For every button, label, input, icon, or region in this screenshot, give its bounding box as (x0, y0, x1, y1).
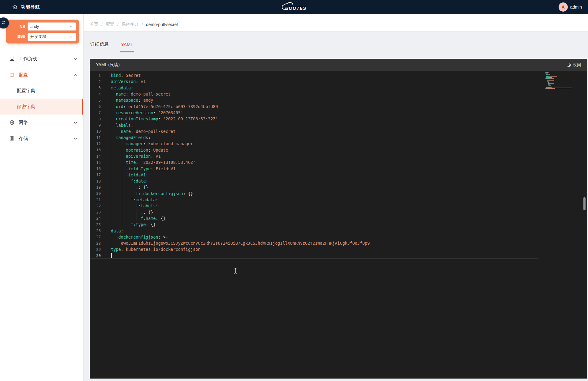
night-label: 夜间 (573, 62, 581, 68)
code-token: .dockerconfigjson (116, 235, 158, 240)
code-line[interactable]: 19 .: {} (90, 184, 587, 190)
code-token: Secret (126, 73, 141, 78)
breadcrumb-link[interactable]: 首页 (90, 22, 98, 27)
logo[interactable]: BOOTES (274, 2, 314, 13)
code-line[interactable]: 30 (90, 253, 587, 259)
code-token: manager (126, 141, 143, 146)
code-token: FieldsV1 (156, 166, 175, 171)
indent-guide (117, 128, 117, 134)
top-navbar: 功能导航 BOOTES A admin (0, 0, 588, 14)
night-mode-toggle[interactable]: 夜间 (567, 62, 581, 68)
code-token: : (136, 160, 141, 165)
code-line-text: operation: Update (106, 147, 587, 153)
chevron-down-icon (73, 57, 78, 61)
sidebar-item-network[interactable]: 网络 (0, 115, 83, 130)
code-line[interactable]: 23 .: {} (90, 209, 587, 215)
sidebar-item-storage[interactable]: 存储 (0, 130, 83, 146)
line-number: 29 (90, 247, 106, 252)
code-line[interactable]: 4 name: demo-pull-secret (90, 91, 587, 97)
code-token: kube-cloud-manager (148, 141, 193, 146)
code-token: '2022-09-13T08:53:46Z' (141, 160, 196, 165)
code-line[interactable]: 5 namespace: andy (90, 97, 587, 103)
code-line[interactable]: 10 name: demo-pull-secret (90, 128, 587, 134)
code-token: : (156, 197, 158, 202)
sidebar-item-configmap[interactable]: 配置字典 (0, 83, 83, 99)
indent-guide (117, 215, 117, 221)
code-line[interactable]: 27 .dockerconfigjson: >- (90, 234, 587, 240)
code-line[interactable]: 11 managedFields: (90, 134, 587, 141)
line-number: 7 (90, 110, 106, 115)
code-line[interactable]: 16 fieldsType: FieldsV1 (90, 165, 587, 172)
code-line[interactable]: 28 ewoJImF1dGhzIjogewoJCSJyZWcucnVuc3RhY… (90, 240, 587, 246)
code-line[interactable]: 20 f:.dockerconfigjson: {} (90, 190, 587, 197)
code-line[interactable]: 24 f:name: {} (90, 215, 587, 221)
code-line[interactable]: 22 f:labels: (90, 203, 587, 209)
indent-guide (112, 128, 112, 134)
code-line[interactable]: 1kind: Secret (90, 72, 587, 78)
sidebar: NS andy 集群 开发集群 工作负载配置配置字典保密字典网络存储 (0, 14, 84, 381)
indent-guide (127, 209, 127, 215)
code-token: demo-pull-secret (131, 92, 171, 96)
code-line[interactable]: 25 f:type: {} (90, 221, 587, 228)
indent-guide (112, 203, 112, 209)
code-area[interactable]: 1kind: Secret2apiVersion: v13metadata:4 … (90, 71, 587, 259)
indent-guide (117, 159, 117, 165)
code-line[interactable]: 18 f:data: (90, 178, 587, 184)
tab-yaml[interactable]: YAML (120, 37, 134, 52)
cluster-select[interactable]: 开发集群 (28, 33, 76, 41)
editor-body[interactable]: 1kind: Secret2apiVersion: v13metadata:4 … (90, 71, 587, 379)
avatar: A (559, 2, 568, 12)
avatar-letter: A (562, 5, 565, 9)
sidebar-item-workloads[interactable]: 工作负载 (0, 51, 83, 67)
code-line[interactable]: 29type: kubernetes.io/dockerconfigjson (90, 246, 587, 252)
sidebar-item-label: 存储 (19, 136, 28, 141)
indent-guide (112, 110, 112, 116)
code-line-text: data: (106, 228, 587, 234)
code-token: : (121, 247, 126, 252)
line-number: 5 (90, 98, 106, 103)
namespace-select[interactable]: andy (28, 22, 76, 31)
line-number: 11 (90, 135, 106, 140)
editor-scrollbar-thumb[interactable] (583, 197, 586, 210)
breadcrumb-link[interactable]: 配置 (106, 22, 114, 27)
indent-guide (122, 197, 122, 203)
code-line[interactable]: 6 uid: ec1d457e-5d76-475c-b693-7392d4bbf… (90, 103, 587, 109)
sidebar-subitem-label: 配置字典 (17, 88, 35, 94)
code-line[interactable]: 8 creationTimestamp: '2022-09-13T08:53:3… (90, 116, 587, 122)
sidebar-item-config[interactable]: 配置 (0, 67, 83, 83)
indent-guide (127, 184, 127, 190)
code-line[interactable]: 2apiVersion: v1 (90, 78, 587, 85)
code-token: : {} (146, 222, 156, 227)
home-nav[interactable]: 功能导航 (12, 4, 40, 10)
code-token: namespace (116, 98, 138, 103)
indent-guide (122, 172, 122, 178)
code-token: - (111, 141, 126, 146)
code-line[interactable]: 17 fieldsV1: (90, 172, 587, 178)
swap-arrows-icon (1, 20, 6, 26)
code-line[interactable]: 3metadata: (90, 85, 587, 91)
cluster-row: 集群 开发集群 (6, 33, 76, 41)
sidebar-item-secret[interactable]: 保密字典 (0, 99, 83, 115)
indent-guide (127, 221, 127, 228)
code-line[interactable]: 14 apiVersion: v1 (90, 153, 587, 159)
code-line-text: .: {} (106, 209, 587, 215)
code-line[interactable]: 12 - manager: kube-cloud-manager (90, 141, 587, 147)
breadcrumb-link[interactable]: 保密字典 (122, 22, 139, 27)
code-line[interactable]: 15 time: '2022-09-13T08:53:46Z' (90, 159, 587, 165)
indent-guide (112, 215, 112, 221)
code-line[interactable]: 7 resourceVersion: '20703405' (90, 110, 587, 116)
tab-details[interactable]: 详细信息 (90, 37, 109, 52)
code-token: : (146, 172, 148, 177)
code-token: : (158, 116, 163, 121)
code-line[interactable]: 21 f:metadata: (90, 197, 587, 203)
code-token: f:metadata (131, 197, 156, 202)
indent-guide (117, 153, 117, 159)
indent-guide (122, 165, 122, 172)
code-line[interactable]: 13 operation: Update (90, 147, 587, 153)
network-icon (9, 120, 15, 125)
logo-text: BOOTES (285, 6, 306, 11)
user-menu[interactable]: A admin (559, 0, 582, 14)
code-line[interactable]: 9 labels: (90, 122, 587, 128)
minimap[interactable] (545, 72, 580, 89)
code-line[interactable]: 26data: (90, 228, 587, 234)
